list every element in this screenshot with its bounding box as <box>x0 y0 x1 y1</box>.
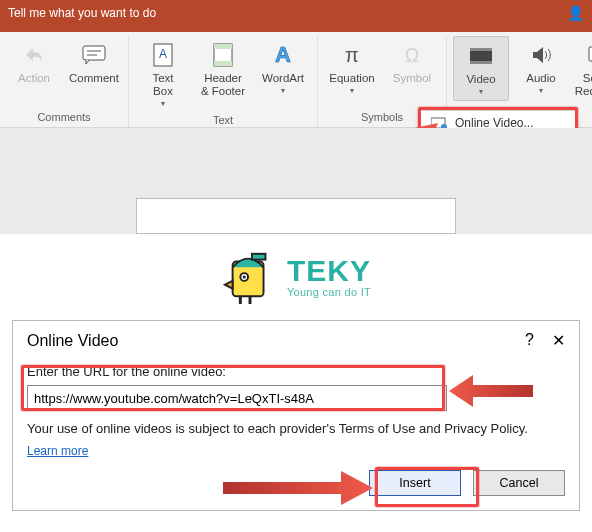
screenrecording-icon <box>587 40 592 70</box>
comment-button[interactable]: Comment <box>66 36 122 89</box>
wordart-label: WordArt <box>262 72 304 85</box>
textbox-button[interactable]: A Text Box ▾ <box>135 36 191 112</box>
dialog-note: Your use of online videos is subject to … <box>27 421 565 436</box>
svg-rect-5 <box>214 61 232 66</box>
action-icon <box>22 40 46 70</box>
svg-rect-0 <box>83 46 105 60</box>
textbox-icon: A <box>152 40 174 70</box>
equation-button[interactable]: π Equation ▾ <box>324 36 380 99</box>
group-text: A Text Box ▾ Header & Footer A WordArt ▾… <box>129 36 318 127</box>
logo: TEKY Young can do IT <box>0 234 592 312</box>
equation-icon: π <box>339 40 365 70</box>
svg-text:A: A <box>159 47 167 61</box>
chevron-down-icon: ▾ <box>350 86 354 95</box>
cancel-button[interactable]: Cancel <box>473 470 565 496</box>
headerfooter-label: Header & Footer <box>201 72 245 98</box>
comment-label: Comment <box>69 72 119 85</box>
action-label: Action <box>18 72 50 85</box>
dialog-titlebar: Online Video ? ✕ <box>27 331 565 350</box>
slide-peek <box>136 198 456 234</box>
svg-rect-10 <box>470 48 492 51</box>
chevron-down-icon: ▾ <box>479 87 483 96</box>
comment-icon <box>81 40 107 70</box>
wordart-icon: A <box>270 40 296 70</box>
arrow-to-url <box>449 375 533 407</box>
chevron-down-icon: ▾ <box>539 86 543 95</box>
svg-rect-4 <box>214 44 232 49</box>
chevron-down-icon: ▾ <box>161 99 165 108</box>
chevron-down-icon: ▾ <box>281 86 285 95</box>
headerfooter-icon <box>212 40 234 70</box>
headerfooter-button[interactable]: Header & Footer <box>195 36 251 102</box>
url-label: Enter the URL for the online video: <box>27 364 565 379</box>
screenrecording-button[interactable]: Screen Recording <box>573 36 592 102</box>
logo-tagline: Young can do IT <box>287 286 371 298</box>
dialog-close-button[interactable]: ✕ <box>552 331 565 350</box>
wordart-button[interactable]: A WordArt ▾ <box>255 36 311 99</box>
share-icon[interactable]: 👤 <box>567 5 584 21</box>
svg-rect-11 <box>470 61 492 64</box>
svg-text:π: π <box>345 44 359 66</box>
symbol-label: Symbol <box>393 72 431 85</box>
symbol-button: Ω Symbol <box>384 36 440 89</box>
action-button: Action <box>6 36 62 89</box>
video-icon <box>468 41 494 71</box>
tell-me-input[interactable] <box>8 6 268 20</box>
screenrecording-label: Screen Recording <box>575 72 592 98</box>
svg-text:A: A <box>275 42 291 67</box>
group-comments-label: Comments <box>6 109 122 127</box>
svg-point-22 <box>243 275 246 278</box>
audio-button[interactable]: Audio ▾ <box>513 36 569 99</box>
slide-canvas <box>0 128 592 234</box>
bird-icon <box>221 248 279 306</box>
group-comments: Action Comment Comments <box>0 36 129 127</box>
svg-text:Ω: Ω <box>405 44 420 66</box>
url-input[interactable] <box>27 385 447 411</box>
logo-brand: TEKY <box>287 256 371 286</box>
equation-label: Equation <box>329 72 374 85</box>
online-video-dialog: Online Video ? ✕ Enter the URL for the o… <box>12 320 580 511</box>
audio-label: Audio <box>526 72 555 85</box>
url-input-wrap <box>27 385 447 411</box>
audio-icon <box>529 40 553 70</box>
title-bar: 👤 <box>0 0 592 26</box>
dialog-title: Online Video <box>27 332 118 350</box>
learn-more-link[interactable]: Learn more <box>27 444 88 458</box>
video-button[interactable]: Video ▾ <box>453 36 509 101</box>
dialog-help-button[interactable]: ? <box>525 331 534 350</box>
video-label: Video <box>466 73 495 86</box>
insert-button[interactable]: Insert <box>369 470 461 496</box>
textbox-label: Text Box <box>152 72 173 98</box>
svg-rect-20 <box>252 254 266 260</box>
symbol-icon: Ω <box>399 40 425 70</box>
